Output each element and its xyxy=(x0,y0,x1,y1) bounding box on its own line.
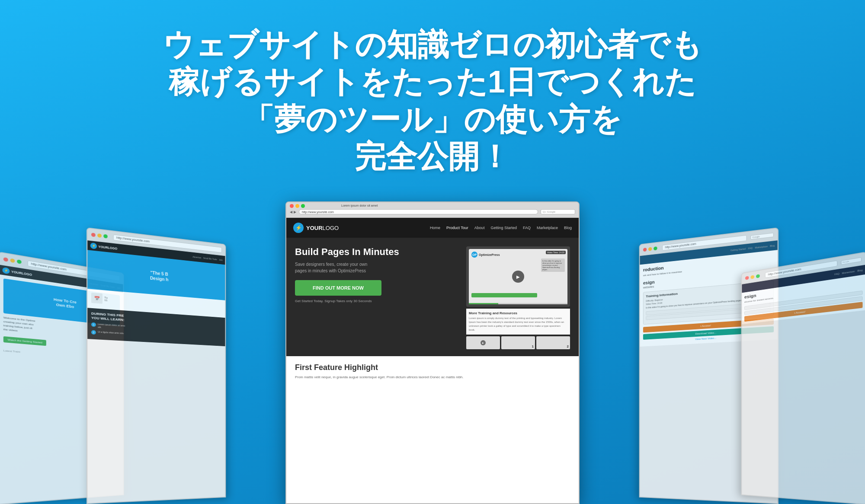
browser-url-l: http://www.yoursite.com xyxy=(116,236,150,243)
dot-yellow-r xyxy=(648,247,652,251)
headline-line4: 完全公開！ xyxy=(163,138,702,175)
center-tab-title: Lorem ipsum dolor sit amet xyxy=(341,204,378,208)
lm-nav-1: Advertise xyxy=(192,255,201,259)
screen-center: Lorem ipsum dolor sit amet ◀ ▶ http://ww… xyxy=(285,201,580,504)
browser-url-r: http://www.yoursite.com xyxy=(665,242,696,249)
video-side-desc: In this video I'm going to show you how … xyxy=(541,258,565,272)
video-progress-bar xyxy=(469,303,567,304)
more-training-section: More Training and Resources Lorem ipsum … xyxy=(466,309,570,335)
lf-watch-btn[interactable]: Watch the Getting Started xyxy=(3,336,46,346)
lm-nav-items: Advertise Small Biz Tools Join xyxy=(192,255,223,261)
find-out-button[interactable]: FIND OUT MORE NOW xyxy=(295,280,381,296)
right-search-text: Google xyxy=(752,235,759,239)
lm-item-num-1: 1 xyxy=(91,322,96,327)
headline-section: ウェブサイトの知識ゼロの初心者でも 稼げるサイトをたった1日でつくれた 「夢のツ… xyxy=(163,0,702,193)
dot-red-r xyxy=(643,248,647,252)
nav-faq[interactable]: FAQ xyxy=(523,226,531,230)
thumb-num-1: 1 xyxy=(532,345,534,348)
browser-url: http://www.yoursite.com xyxy=(31,262,67,271)
hero-left: Build Pages In Minutes Save designers fe… xyxy=(295,246,458,349)
nav-links: Home Product Tour About Getting Started … xyxy=(430,226,572,230)
rf-search[interactable]: Google xyxy=(841,257,862,265)
dot-yellow-fr xyxy=(750,275,754,279)
center-search-placeholder: Q+ Google xyxy=(543,211,555,213)
lf-logo-text: YOURLOGO xyxy=(11,270,32,276)
nav-product-tour[interactable]: Product Tour xyxy=(446,226,468,230)
center-nav: ⚡ YOURLOGO Home Product Tour About Getti… xyxy=(286,218,579,238)
nav-getting-started[interactable]: Getting Started xyxy=(490,226,517,230)
rm-nav-getting[interactable]: Getting Started xyxy=(730,247,746,252)
center-url-bar[interactable]: http://www.yoursite.com xyxy=(299,209,538,214)
screen-left: http://www.yoursite.com ⚡ YOURLOGO Adver… xyxy=(86,227,226,504)
lm-item-num-2: 2 xyxy=(91,330,96,335)
center-browser-chrome: Lorem ipsum dolor sit amet ◀ ▶ http://ww… xyxy=(286,202,579,218)
center-nav-arrows: ◀ ▶ xyxy=(290,210,296,214)
rm-nav-blog[interactable]: Blog xyxy=(770,244,775,247)
dot-green-l xyxy=(103,234,108,239)
more-training-text: Lorem ipsum is simply dummy text of the … xyxy=(469,316,567,332)
lf-banner-text: How To CreOwn Ebo xyxy=(54,297,77,310)
lm-logo-txt: YOURLOGO xyxy=(98,245,117,250)
video-play-btn[interactable]: ▶ xyxy=(512,271,524,283)
op-icon: OP xyxy=(471,252,477,258)
lm-nav-2: Small Biz Tools xyxy=(203,257,217,261)
center-logo: ⚡ YOURLOGO xyxy=(293,223,339,233)
lm-logo-icon: ⚡ xyxy=(90,242,97,249)
thumb-num-2: 2 xyxy=(567,345,569,348)
dot-green-fr xyxy=(756,274,760,278)
dot-green-r xyxy=(654,246,657,250)
video-inner: OP OptimizePress Video Time: 14:20 In th… xyxy=(469,249,567,304)
lm-item-text-2: Ut a ligula vitae ante volu xyxy=(98,330,124,335)
screen-far-right: http://www.yoursite.com Google FAQ Momen… xyxy=(741,252,865,504)
lm-nav-3: Join xyxy=(219,258,223,261)
hero-title: Build Pages In Minutes xyxy=(295,246,458,258)
lm-hero-text: "The 5 BDesign h xyxy=(150,270,168,283)
headline-line2: 稼げるサイトをたった1日でつくれた xyxy=(163,63,702,100)
dot-yellow-l xyxy=(97,233,102,238)
center-url-row: ◀ ▶ http://www.yoursite.com Q+ Google xyxy=(290,209,575,214)
lm-event-icon: 📅 xyxy=(91,293,103,304)
op-text: OptimizePress xyxy=(479,253,500,256)
headline-line3: 「夢のツール」の使い方を xyxy=(163,101,702,138)
dot-red xyxy=(3,257,8,262)
center-search-bar[interactable]: Q+ Google xyxy=(541,209,575,214)
nav-about[interactable]: About xyxy=(474,226,485,230)
rf-nav-faq[interactable]: FAQ xyxy=(834,272,839,276)
nav-marketplace[interactable]: Marketplace xyxy=(537,226,558,230)
thumb-1: ▶ xyxy=(466,336,500,349)
headline-line1: ウェブサイトの知識ゼロの初心者でも xyxy=(163,26,702,63)
lm-event-text: Tu11 xyxy=(104,296,107,301)
headline-text: ウェブサイトの知識ゼロの初心者でも 稼げるサイトをたった1日でつくれた 「夢のツ… xyxy=(163,26,702,175)
right-search[interactable]: Google xyxy=(750,233,774,239)
center-dot-green xyxy=(301,204,305,208)
rm-nav-marketplace[interactable]: Marketplace xyxy=(755,245,767,249)
thumb-3: 2 xyxy=(536,336,570,349)
logo-icon: ⚡ xyxy=(293,223,304,233)
center-dot-yellow xyxy=(295,204,299,208)
op-logo: OP OptimizePress xyxy=(471,252,500,258)
thumb-play-1[interactable]: ▶ xyxy=(481,340,486,345)
center-url-text: http://www.yoursite.com xyxy=(302,211,334,214)
feature-text: Proin mattis velit neque, in gravida aug… xyxy=(295,375,570,380)
lm-logo-area: ⚡ YOURLOGO xyxy=(90,242,117,252)
dot-green xyxy=(17,259,22,264)
more-training-title: More Training and Resources xyxy=(469,311,567,315)
dot-red-fr xyxy=(745,276,749,280)
optin-bar xyxy=(471,293,537,297)
arrow-left[interactable]: ◀ xyxy=(290,210,292,214)
arrow-right[interactable]: ▶ xyxy=(294,210,296,214)
browser-url-fr: http://www.yoursite.com xyxy=(768,268,801,276)
get-started-text: Get Started Today. Signup Takes only 30 … xyxy=(295,299,458,303)
op-icon-text: OP xyxy=(472,253,477,256)
video-label: Video Time: 14:20 xyxy=(546,251,566,254)
rf-nav-momentum[interactable]: Momentum xyxy=(842,270,855,275)
dot-yellow xyxy=(10,258,15,263)
screens-section: http://www.yoursite.com ⚡ YOURLOGO Adver… xyxy=(0,193,865,504)
feature-title: First Feature Highlight xyxy=(295,363,570,372)
rm-nav-faq[interactable]: FAQ xyxy=(748,247,753,250)
nav-blog[interactable]: Blog xyxy=(564,226,572,230)
video-thumb: OP OptimizePress Video Time: 14:20 In th… xyxy=(466,246,570,307)
rf-nav-blog[interactable]: Blog xyxy=(857,269,862,272)
rf-nav-links: FAQ Momentum Blog xyxy=(834,269,862,276)
nav-home[interactable]: Home xyxy=(430,226,440,230)
